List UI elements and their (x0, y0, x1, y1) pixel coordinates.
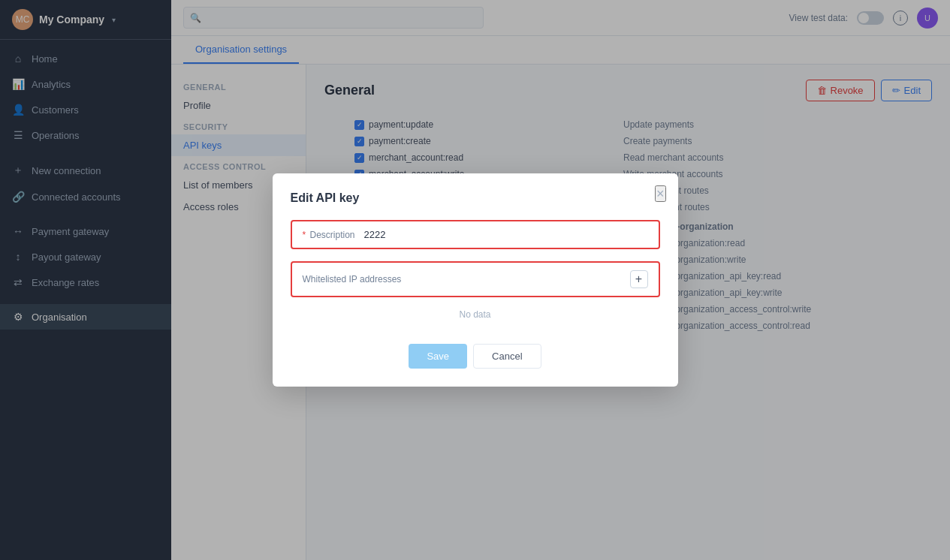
modal-close-button[interactable]: × (655, 185, 666, 202)
no-data-text: No data (291, 303, 660, 332)
description-input[interactable] (364, 229, 648, 240)
ip-label: Whitelisted IP addresses (303, 274, 402, 285)
description-label: * Description (303, 230, 355, 240)
cancel-button[interactable]: Cancel (473, 344, 541, 369)
add-ip-button[interactable]: + (630, 270, 648, 288)
modal-actions: Save Cancel (291, 344, 660, 369)
modal-overlay: Edit API key × * Description Whitelisted… (0, 0, 950, 560)
required-marker: * (303, 230, 306, 240)
ip-field: Whitelisted IP addresses + (291, 261, 660, 297)
edit-api-key-modal: Edit API key × * Description Whitelisted… (273, 173, 678, 387)
save-button[interactable]: Save (409, 344, 467, 369)
modal-title: Edit API key (291, 191, 660, 205)
description-field: * Description (291, 220, 660, 249)
ip-input[interactable] (410, 274, 629, 285)
